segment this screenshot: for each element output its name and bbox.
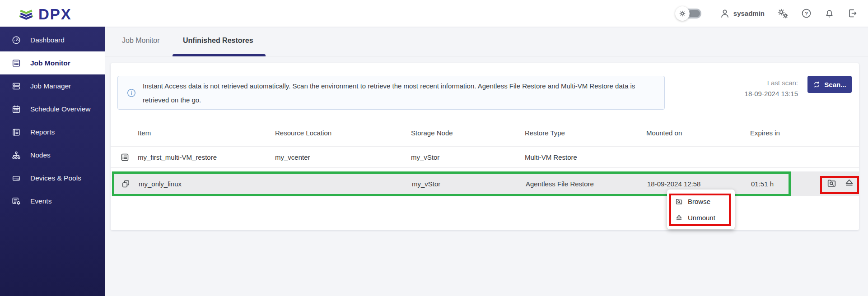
- schedule-icon: [11, 104, 21, 114]
- sidebar-item-label: Events: [30, 197, 51, 205]
- context-menu-item-label: Browse: [688, 198, 710, 205]
- col-storage-node: Storage Node: [411, 129, 525, 137]
- last-scan-block: Last scan: 18-09-2024 13:15: [708, 78, 798, 99]
- file-copy-icon: [121, 179, 131, 189]
- sidebar-item-label: Reports: [30, 128, 55, 136]
- sidebar-item-events[interactable]: Events: [0, 190, 105, 213]
- user-name: sysadmin: [733, 9, 765, 17]
- notifications-bell-icon[interactable]: [824, 8, 835, 19]
- job-manager-icon: [11, 81, 21, 91]
- cell-restore-type: Multi-VM Restore: [525, 153, 646, 161]
- sidebar-item-label: Nodes: [30, 151, 51, 159]
- tab-bar: Job Monitor Unfinished Restores: [105, 27, 868, 56]
- job-monitor-icon: [11, 58, 21, 68]
- events-icon: [11, 196, 21, 206]
- last-scan-value: 18-09-2024 13:15: [708, 88, 798, 99]
- sidebar-item-devices-pools[interactable]: Devices & Pools: [0, 166, 105, 190]
- context-menu-browse[interactable]: Browse: [667, 193, 735, 209]
- row-context-menu: Browse Unmount: [667, 190, 735, 229]
- dpx-logo: DPX: [18, 6, 72, 23]
- unfinished-restores-panel: Instant Access data is not retrieved aut…: [111, 63, 859, 230]
- sidebar-item-job-monitor[interactable]: Job Monitor: [0, 51, 105, 74]
- user-icon: [719, 8, 730, 19]
- dpx-stack-icon: [18, 7, 34, 22]
- cell-storage-node: my_vStor: [412, 180, 526, 188]
- info-banner: Instant Access data is not retrieved aut…: [117, 76, 665, 110]
- sidebar: Dashboard Job Monitor Job Manager Schedu…: [0, 27, 105, 296]
- svg-text:?: ?: [805, 11, 808, 16]
- info-icon: [126, 88, 136, 98]
- multi-vm-restore-icon: [120, 153, 130, 162]
- info-banner-text: Instant Access data is not retrieved aut…: [143, 79, 664, 107]
- sidebar-item-label: Job Monitor: [30, 59, 70, 67]
- sidebar-item-label: Devices & Pools: [30, 174, 81, 182]
- sidebar-item-nodes[interactable]: Nodes: [0, 143, 105, 166]
- context-menu-item-label: Unmount: [688, 214, 715, 222]
- sidebar-item-job-manager[interactable]: Job Manager: [0, 74, 105, 97]
- sidebar-item-dashboard[interactable]: Dashboard: [0, 28, 105, 51]
- browse-menu-icon: [675, 197, 683, 206]
- sidebar-item-reports[interactable]: Reports: [0, 120, 105, 143]
- row-action-icons: [826, 177, 855, 189]
- table-row[interactable]: my_first_multi-VM_restore my_vcenter my_…: [111, 147, 859, 168]
- user-menu[interactable]: sysadmin: [719, 8, 765, 19]
- cell-mounted-on: 18-09-2024 12:58: [647, 180, 751, 188]
- cell-storage-node: my_vStor: [411, 153, 525, 161]
- devices-icon: [11, 173, 21, 183]
- dashboard-icon: [11, 35, 21, 45]
- sidebar-item-label: Schedule Overview: [30, 105, 91, 113]
- col-mounted-on: Mounted on: [646, 129, 750, 137]
- scan-button-label: Scan...: [824, 81, 846, 88]
- sidebar-item-label: Dashboard: [30, 36, 65, 44]
- scan-button[interactable]: Scan...: [807, 76, 852, 93]
- settings-gears-icon[interactable]: [776, 8, 789, 19]
- col-expires-in: Expires in: [750, 129, 818, 137]
- top-bar: DPX sysadmin ?: [0, 0, 868, 27]
- active-tab-underline: [173, 54, 266, 56]
- help-icon[interactable]: ?: [801, 8, 812, 19]
- reports-icon: [11, 127, 21, 137]
- sidebar-item-label: Job Manager: [30, 82, 71, 90]
- table-row-highlighted[interactable]: my_only_linux my_vStor Agentless File Re…: [112, 171, 859, 196]
- tab-job-monitor[interactable]: Job Monitor: [122, 37, 160, 45]
- table-header-row: Item Resource Location Storage Node Rest…: [111, 120, 859, 147]
- col-resource-location: Resource Location: [275, 129, 411, 137]
- col-item: Item: [138, 129, 275, 137]
- cell-item: my_only_linux: [139, 180, 276, 188]
- cell-resource-location: my_vcenter: [275, 153, 411, 161]
- unmount-menu-icon: [675, 213, 683, 222]
- browse-action-icon[interactable]: [826, 177, 837, 189]
- unmount-eject-icon[interactable]: [844, 177, 855, 189]
- refresh-icon: [813, 81, 821, 88]
- cell-expires-in: 01:51 h: [751, 180, 819, 188]
- toggle-gear-icon: [675, 6, 690, 21]
- cell-restore-type: Agentless File Restore: [526, 180, 647, 188]
- pagination-row: Items per page 1 - 2 of 2: [111, 196, 859, 229]
- context-menu-unmount[interactable]: Unmount: [667, 209, 735, 226]
- toggle-knob: [688, 10, 700, 17]
- theme-toggle[interactable]: [681, 9, 701, 18]
- logout-icon[interactable]: [847, 8, 858, 19]
- tab-unfinished-restores[interactable]: Unfinished Restores: [183, 37, 253, 45]
- cell-item: my_first_multi-VM_restore: [138, 153, 275, 161]
- last-scan-label: Last scan:: [708, 78, 798, 88]
- col-restore-type: Restore Type: [525, 129, 646, 137]
- nodes-icon: [11, 150, 21, 160]
- logo-text: DPX: [38, 6, 72, 23]
- sidebar-item-schedule-overview[interactable]: Schedule Overview: [0, 97, 105, 120]
